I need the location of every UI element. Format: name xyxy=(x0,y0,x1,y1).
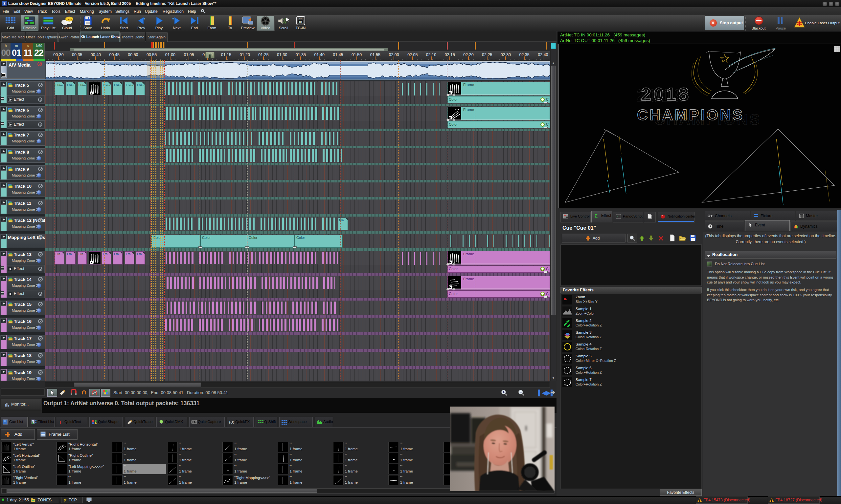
svg-text:2018: 2018 xyxy=(641,84,691,104)
svg-text:f: f xyxy=(143,17,145,21)
svg-text:beta: beta xyxy=(67,18,72,21)
svg-text:Σ: Σ xyxy=(595,213,598,218)
svg-text:CHAMPIONS: CHAMPIONS xyxy=(637,106,744,123)
svg-text:Σ: Σ xyxy=(32,420,34,424)
svg-text:T: T xyxy=(59,419,62,425)
svg-text:01: 01 xyxy=(299,20,302,24)
svg-text:>_: >_ xyxy=(617,215,620,218)
svg-text:FX: FX xyxy=(229,420,234,425)
svg-text:100: 100 xyxy=(299,18,303,20)
svg-text:f: f xyxy=(172,17,174,21)
